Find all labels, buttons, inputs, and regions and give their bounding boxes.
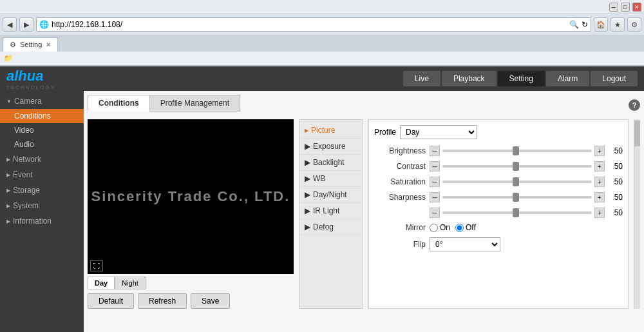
flip-select[interactable]: 0° 90° 180° 270°	[430, 237, 500, 251]
info-arrow-icon: ▶	[6, 219, 10, 224]
fullscreen-button[interactable]: ⛶	[90, 260, 103, 271]
submenu-exposure[interactable]: ▶ Exposure	[299, 139, 363, 155]
sidebar-header-system[interactable]: ▶ System	[0, 198, 84, 213]
submenu-wb[interactable]: ▶ WB	[299, 171, 363, 187]
minimize-button[interactable]: ─	[609, 3, 618, 12]
saturation-slider-container: ─ + 50	[430, 177, 623, 187]
default-button[interactable]: Default	[88, 293, 134, 309]
submenu-picture-label: Picture	[311, 126, 335, 135]
sidebar-header-event[interactable]: ▶ Event	[0, 167, 84, 182]
mirror-off-radio[interactable]	[455, 224, 464, 232]
nav-playback[interactable]: Playback	[442, 71, 497, 86]
sidebar-item-audio[interactable]: Audio	[0, 137, 84, 151]
extra-plus[interactable]: +	[594, 208, 605, 218]
video-action-buttons: Default Refresh Save	[88, 293, 294, 309]
brightness-slider-container: ─ + 50	[430, 146, 623, 156]
sharpness-plus[interactable]: +	[594, 192, 605, 202]
bookmark-item[interactable]: 📁	[4, 54, 13, 63]
main-content: Sincerity Trade Co., LTD. ⛶ Day Night De…	[88, 119, 640, 309]
saturation-value: 50	[607, 177, 623, 186]
saturation-label: Saturation	[374, 177, 426, 186]
flip-label: Flip	[374, 240, 426, 249]
exposure-arrow-icon: ▶	[305, 142, 310, 151]
mirror-radio-group: On Off	[430, 223, 476, 232]
nav-live[interactable]: Live	[403, 71, 440, 86]
nav-setting[interactable]: Setting	[498, 71, 545, 86]
sidebar-item-video[interactable]: Video	[0, 123, 84, 137]
refresh-icon[interactable]: ↻	[582, 20, 588, 29]
sidebar-conditions-label: Conditions	[14, 112, 51, 121]
maximize-button[interactable]: □	[621, 3, 630, 12]
brightness-minus[interactable]: ─	[430, 146, 440, 156]
mirror-off-option[interactable]: Off	[455, 223, 476, 232]
address-input[interactable]	[52, 20, 567, 29]
contrast-thumb[interactable]	[513, 162, 519, 171]
saturation-minus[interactable]: ─	[430, 177, 440, 187]
submenu-irlight[interactable]: ▶ IR Light	[299, 203, 363, 219]
submenu-daynight[interactable]: ▶ Day/Night	[299, 187, 363, 203]
sidebar-header-information[interactable]: ▶ Information	[0, 213, 84, 229]
extra-track[interactable]	[442, 211, 592, 214]
sidebar-info-label: Information	[13, 217, 52, 226]
sharpness-thumb[interactable]	[513, 193, 519, 202]
main-layout: ▼ Camera Conditions Video Audio ▶ Networ…	[0, 91, 644, 332]
brightness-track[interactable]	[442, 150, 592, 152]
tab-profile-management[interactable]: Profile Management	[149, 95, 240, 112]
sidebar-camera-label: Camera	[14, 97, 42, 106]
mirror-on-radio[interactable]	[430, 224, 438, 232]
tab-conditions[interactable]: Conditions	[88, 95, 149, 112]
sidebar-video-label: Video	[14, 126, 33, 135]
flip-row: Flip 0° 90° 180° 270°	[374, 237, 623, 251]
brightness-thumb[interactable]	[513, 146, 519, 155]
nav-alarm[interactable]: Alarm	[546, 71, 589, 86]
sub-menu: ▶ Picture ▶ Exposure ▶ Backlight ▶ WB	[299, 119, 363, 309]
sidebar: ▼ Camera Conditions Video Audio ▶ Networ…	[0, 91, 84, 332]
home-button[interactable]: 🏠	[594, 17, 608, 32]
extra-minus[interactable]: ─	[430, 208, 440, 218]
sharpness-track[interactable]	[442, 196, 592, 199]
brightness-value: 50	[607, 146, 623, 155]
help-icon[interactable]: ?	[629, 99, 640, 111]
contrast-plus[interactable]: +	[594, 161, 605, 171]
tab-close-button[interactable]: ✕	[46, 41, 51, 48]
sidebar-section-camera: ▼ Camera Conditions Video Audio	[0, 93, 84, 151]
saturation-thumb[interactable]	[513, 177, 519, 186]
event-arrow-icon: ▶	[6, 172, 10, 178]
sidebar-item-conditions[interactable]: Conditions	[0, 109, 84, 123]
sidebar-header-camera[interactable]: ▼ Camera	[0, 93, 84, 109]
brightness-label: Brightness	[374, 146, 426, 155]
day-button[interactable]: Day	[88, 277, 115, 289]
save-button[interactable]: Save	[191, 293, 230, 309]
scroll-thumb[interactable]	[634, 121, 640, 146]
sharpness-label: Sharpness	[374, 193, 426, 202]
right-scrollbar[interactable]	[634, 119, 640, 309]
profile-select[interactable]: Day Night Normal	[400, 125, 477, 139]
saturation-track[interactable]	[442, 181, 592, 183]
back-button[interactable]: ◀	[3, 17, 17, 32]
contrast-minus[interactable]: ─	[430, 161, 440, 171]
refresh-button[interactable]: Refresh	[138, 293, 187, 309]
saturation-plus[interactable]: +	[594, 177, 605, 187]
sidebar-header-storage[interactable]: ▶ Storage	[0, 182, 84, 198]
mirror-on-option[interactable]: On	[430, 223, 450, 232]
sharpness-minus[interactable]: ─	[430, 192, 440, 202]
profile-label: Profile	[374, 128, 396, 137]
nav-logout[interactable]: Logout	[591, 71, 638, 86]
submenu-backlight[interactable]: ▶ Backlight	[299, 155, 363, 171]
bookmark-icon: 📁	[4, 54, 13, 63]
forward-button[interactable]: ▶	[19, 17, 33, 32]
extra-thumb[interactable]	[513, 208, 519, 217]
brightness-plus[interactable]: +	[594, 146, 605, 156]
submenu-picture[interactable]: ▶ Picture	[299, 122, 363, 139]
sidebar-header-network[interactable]: ▶ Network	[0, 151, 84, 167]
daynight-arrow-icon: ▶	[305, 190, 310, 199]
night-button[interactable]: Night	[115, 277, 146, 289]
contrast-track[interactable]	[442, 165, 592, 168]
tools-button[interactable]: ⚙	[627, 17, 641, 32]
active-tab[interactable]: ⚙ Setting ✕	[3, 37, 58, 52]
submenu-defog[interactable]: ▶ Defog	[299, 219, 363, 235]
favorites-button[interactable]: ★	[611, 17, 625, 32]
close-button[interactable]: ✕	[632, 3, 641, 12]
tab-bar: ⚙ Setting ✕	[0, 35, 644, 52]
sidebar-section-event: ▶ Event	[0, 167, 84, 182]
